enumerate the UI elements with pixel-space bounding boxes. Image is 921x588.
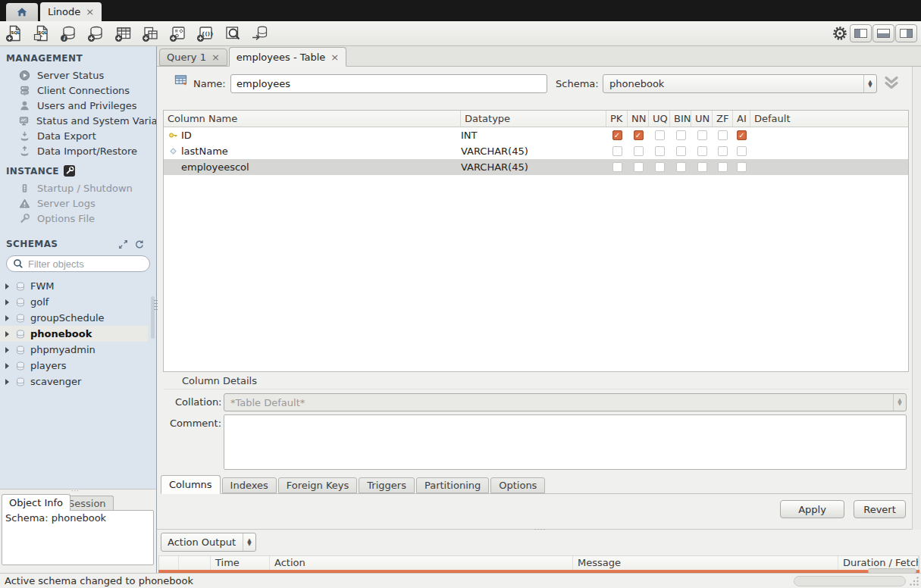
toggle-right-panel-button[interactable] <box>895 24 917 42</box>
create-function-icon[interactable]: {()} <box>196 23 215 43</box>
action-output-select[interactable]: Action Output ▲▼ <box>161 533 256 552</box>
ai-checkbox[interactable] <box>737 162 747 172</box>
column-name: employeescol <box>181 161 249 173</box>
connection-tab-linode[interactable]: Linode × <box>40 2 102 21</box>
uq-checkbox[interactable] <box>655 146 665 156</box>
expand-arrow-icon[interactable] <box>5 331 9 337</box>
expand-arrow-icon[interactable] <box>5 299 9 305</box>
schema-item-players[interactable]: players <box>0 358 148 374</box>
un-checkbox[interactable] <box>697 162 707 172</box>
column-row-employeescol[interactable]: employeescolVARCHAR(45) <box>164 159 908 175</box>
schema-item-phpmyadmin[interactable]: phpmyadmin <box>0 342 148 358</box>
status-scrollbar-thumb[interactable] <box>794 576 906 586</box>
expand-arrow-icon[interactable] <box>5 379 9 385</box>
comment-textarea[interactable] <box>224 415 906 469</box>
bin-checkbox[interactable] <box>676 162 686 172</box>
toggle-bottom-panel-button[interactable] <box>872 24 894 42</box>
sidebar-item-data-export[interactable]: Data Export <box>0 128 156 143</box>
zf-checkbox[interactable] <box>718 130 728 140</box>
ai-checkbox[interactable]: ✓ <box>737 130 747 140</box>
splitter-grip[interactable]: ··· <box>71 489 80 493</box>
tab-query-1[interactable]: Query 1 × <box>159 48 227 66</box>
sidebar-item-client-connections[interactable]: Client Connections <box>0 83 156 98</box>
sidebar-item-server-status[interactable]: Server Status <box>0 67 156 83</box>
stepper-arrows-icon[interactable]: ▲▼ <box>243 533 255 551</box>
editor-tab-triggers[interactable]: Triggers <box>359 477 415 493</box>
open-sql-script-icon[interactable]: SQL <box>32 23 52 43</box>
column-row-lastname[interactable]: lastNameVARCHAR(45) <box>164 143 908 159</box>
collation-select[interactable]: *Table Default* ▲▼ <box>224 393 907 411</box>
close-icon[interactable]: × <box>86 7 94 17</box>
create-schema-icon[interactable] <box>86 23 106 43</box>
un-checkbox[interactable] <box>697 146 707 156</box>
uq-checkbox[interactable] <box>655 162 665 172</box>
zf-checkbox[interactable] <box>718 146 728 156</box>
collapse-header-chevron-icon[interactable] <box>882 74 901 92</box>
refresh-icon[interactable] <box>134 239 144 249</box>
schema-select[interactable]: phonebook ▲▼ <box>603 74 877 93</box>
wrench-badge-icon <box>64 165 75 177</box>
apply-button[interactable]: Apply <box>780 500 844 518</box>
editor-tab-options[interactable]: Options <box>490 477 545 493</box>
resize-grip-icon[interactable] <box>909 576 919 586</box>
preferences-gear-icon[interactable] <box>832 25 848 42</box>
new-sql-tab-icon[interactable]: SQL <box>5 23 24 43</box>
expand-arrow-icon[interactable] <box>5 347 9 353</box>
connection-tab-label: Linode <box>48 6 80 17</box>
home-tab[interactable] <box>6 3 38 21</box>
schema-item-phonebook[interactable]: phonebook <box>0 326 148 342</box>
revert-button[interactable]: Revert <box>854 500 906 518</box>
data-migration-icon[interactable] <box>250 23 270 43</box>
search-objects-icon[interactable] <box>223 23 243 43</box>
tab-employees-table[interactable]: employees - Table × <box>229 47 346 67</box>
editor-tab-partitioning[interactable]: Partitioning <box>416 477 489 493</box>
toggle-left-panel-button[interactable] <box>850 24 872 42</box>
schema-item-fwm[interactable]: FWM <box>0 278 148 294</box>
expand-arrow-icon[interactable] <box>5 315 9 321</box>
sidebar-splitter-grip[interactable] <box>154 300 158 310</box>
sidebar-item-users-and-privileges[interactable]: Users and Privileges <box>0 98 156 113</box>
pk-checkbox[interactable]: ✓ <box>612 130 622 140</box>
nn-checkbox[interactable] <box>634 162 644 172</box>
create-table-icon[interactable] <box>114 23 133 43</box>
stepper-arrows-icon[interactable]: ▲▼ <box>863 75 876 92</box>
home-icon <box>16 6 28 18</box>
zf-checkbox[interactable] <box>718 162 728 172</box>
schemas-section-title: SCHEMAS <box>0 232 156 253</box>
schema-item-groupschedule[interactable]: groupSchedule <box>0 310 148 326</box>
sidebar-item-options-file[interactable]: Options File <box>0 211 156 226</box>
tab-object-info[interactable]: Object Info <box>2 494 70 511</box>
schema-filter-input[interactable] <box>28 258 144 270</box>
bin-checkbox[interactable] <box>676 130 686 140</box>
ai-checkbox[interactable] <box>737 146 747 156</box>
bin-checkbox[interactable] <box>676 146 686 156</box>
table-name-input[interactable] <box>230 74 547 93</box>
expand-arrow-icon[interactable] <box>5 363 9 369</box>
sidebar-item-status-and-system-variables[interactable]: Status and System Variables <box>0 113 156 128</box>
editor-tab-columns[interactable]: Columns <box>161 475 221 494</box>
sidebar-item-server-logs[interactable]: Server Logs <box>0 195 156 211</box>
un-checkbox[interactable] <box>697 130 707 140</box>
create-view-icon[interactable] <box>141 23 161 43</box>
pk-checkbox[interactable] <box>612 146 622 156</box>
pk-checkbox[interactable] <box>612 162 622 172</box>
nn-checkbox[interactable]: ✓ <box>634 130 644 140</box>
sidebar-item-startup-shutdown[interactable]: Startup / Shutdown <box>0 180 156 195</box>
schema-item-golf[interactable]: golf <box>0 294 148 310</box>
schema-inspector-icon[interactable]: i <box>59 23 79 43</box>
create-routine-icon[interactable] <box>168 23 188 43</box>
editor-tab-foreign-keys[interactable]: Foreign Keys <box>278 477 358 493</box>
uq-checkbox[interactable] <box>655 130 665 140</box>
column-row-id[interactable]: IDINT✓✓✓ <box>164 127 908 143</box>
schema-icon <box>14 345 27 355</box>
table-editor-tabs: ColumnsIndexesForeign KeysTriggersPartit… <box>161 474 917 494</box>
schema-item-scavenger[interactable]: scavenger <box>0 374 148 389</box>
close-icon[interactable]: × <box>211 52 220 62</box>
expand-icon[interactable] <box>118 239 128 249</box>
expand-arrow-icon[interactable] <box>5 283 9 289</box>
nn-checkbox[interactable] <box>634 146 644 156</box>
splitter-grip[interactable]: ···· <box>534 526 546 533</box>
editor-tab-indexes[interactable]: Indexes <box>222 477 277 493</box>
close-icon[interactable]: × <box>330 52 339 62</box>
sidebar-item-data-import-restore[interactable]: Data Import/Restore <box>0 143 156 158</box>
